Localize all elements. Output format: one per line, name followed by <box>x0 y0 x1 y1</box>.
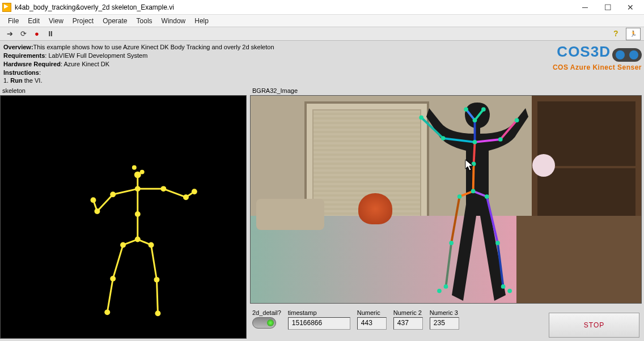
camera-panel: BGRA32_Image <box>248 86 644 341</box>
svg-point-11 <box>91 197 96 203</box>
svg-point-31 <box>155 311 160 317</box>
timestamp-control: timestamp 15166866 <box>288 309 350 330</box>
menu-view[interactable]: View <box>44 16 68 26</box>
skeleton-view <box>0 95 247 339</box>
numeric3-label: Numeric 3 <box>430 309 459 316</box>
svg-line-46 <box>498 243 503 287</box>
svg-point-54 <box>419 116 423 120</box>
info-panel: Overview:This example shows how to use A… <box>0 41 644 86</box>
logo-text: COS3D <box>557 43 611 60</box>
svg-line-35 <box>421 118 443 139</box>
vi-icon[interactable]: 🏃 <box>626 28 641 40</box>
overview-label: Overview: <box>3 44 33 50</box>
image-label: BGRA32_Image <box>250 86 642 95</box>
svg-point-26 <box>104 310 110 316</box>
detail-control: 2d_detail? <box>252 309 281 329</box>
svg-point-47 <box>473 140 477 144</box>
window-controls: ─ ☐ ✕ <box>574 0 642 15</box>
svg-line-44 <box>446 243 452 287</box>
menu-file[interactable]: File <box>3 16 23 26</box>
svg-point-63 <box>437 289 442 293</box>
menu-tools[interactable]: Tools <box>132 16 157 26</box>
numeric2-label: Numeric 2 <box>393 309 423 316</box>
svg-point-58 <box>485 194 489 199</box>
svg-point-50 <box>481 107 486 112</box>
svg-point-56 <box>471 189 476 194</box>
svg-point-1 <box>132 165 137 170</box>
minimize-button[interactable]: ─ <box>574 0 596 15</box>
context-help-icon[interactable]: ? <box>613 29 624 39</box>
svg-line-41 <box>460 191 473 197</box>
numeric3-value[interactable]: 235 <box>430 317 459 330</box>
toolbar: ➔ ⟳ ● II ? 🏃 <box>0 27 644 41</box>
menu-operate[interactable]: Operate <box>98 16 132 26</box>
svg-point-16 <box>192 189 197 195</box>
svg-line-45 <box>487 197 498 243</box>
skeleton-overlay-icon <box>251 96 641 303</box>
menu-edit[interactable]: Edit <box>23 16 44 26</box>
logo-subtitle: COS Azure Kinect Senser <box>553 63 642 72</box>
svg-line-40 <box>473 164 474 191</box>
svg-line-25 <box>107 279 113 312</box>
svg-line-43 <box>451 197 459 243</box>
svg-point-61 <box>444 284 448 289</box>
svg-point-51 <box>498 137 503 142</box>
abort-button[interactable]: ● <box>31 28 43 40</box>
skeleton-panel: skeleton <box>0 86 248 341</box>
svg-point-49 <box>464 107 468 112</box>
skeleton-label: skeleton <box>0 86 247 95</box>
numeric3-control: Numeric 3 235 <box>430 309 459 330</box>
window-title: k4ab_body_tracking&overly_2d skeleton_Ex… <box>15 3 574 11</box>
run-button[interactable]: ➔ <box>3 28 16 40</box>
svg-line-23 <box>113 245 123 279</box>
close-button[interactable]: ✕ <box>619 0 642 15</box>
run-continuous-button[interactable]: ⟳ <box>17 28 29 40</box>
menu-window[interactable]: Window <box>157 16 190 26</box>
svg-point-52 <box>515 118 519 123</box>
svg-line-34 <box>443 138 475 142</box>
labview-app-icon <box>2 3 11 12</box>
numeric-control: Numeric 443 <box>357 309 387 330</box>
svg-line-30 <box>156 280 158 313</box>
timestamp-value[interactable]: 15166866 <box>288 317 350 330</box>
svg-line-42 <box>473 191 487 197</box>
svg-line-8 <box>97 194 113 211</box>
logo: COS3D COS Azure Kinect Senser <box>553 42 642 72</box>
controls-row: 2d_detail? timestamp 15166866 Numeric 44… <box>250 307 642 339</box>
svg-line-28 <box>151 245 157 280</box>
numeric2-control: Numeric 2 437 <box>393 309 423 330</box>
svg-line-39 <box>474 142 475 164</box>
menu-bar: File Edit View Project Operate Tools Win… <box>0 15 644 27</box>
timestamp-label: timestamp <box>288 309 350 316</box>
menu-project[interactable]: Project <box>68 16 98 26</box>
maximize-button[interactable]: ☐ <box>596 0 619 15</box>
svg-line-5 <box>113 189 138 195</box>
numeric-label: Numeric <box>357 309 387 316</box>
detail-label: 2d_detail? <box>252 309 281 316</box>
stop-button[interactable]: STOP <box>549 313 639 338</box>
window-titlebar: k4ab_body_tracking&overly_2d skeleton_Ex… <box>0 0 644 15</box>
svg-point-62 <box>501 284 506 289</box>
instructions-colon: : <box>39 69 41 76</box>
detail-toggle[interactable] <box>252 317 276 329</box>
camera-view <box>250 95 642 304</box>
overview-text: This example shows how to use Azure Kine… <box>33 44 274 50</box>
logo-pill-icon <box>612 48 642 62</box>
hardware-label: Hardwsre Required <box>3 61 61 67</box>
svg-point-57 <box>457 194 462 199</box>
requirements-label: Requirements <box>3 52 45 59</box>
svg-point-60 <box>495 241 500 245</box>
pause-button[interactable]: II <box>44 28 57 40</box>
instructions-label: Instructions <box>3 69 39 76</box>
menu-help[interactable]: Help <box>190 16 213 26</box>
numeric2-value[interactable]: 437 <box>393 317 423 330</box>
numeric-value[interactable]: 443 <box>357 317 387 330</box>
svg-point-55 <box>472 162 476 167</box>
svg-point-59 <box>449 241 454 245</box>
hardware-text: : Azure Kinect DK <box>61 61 109 67</box>
svg-point-48 <box>473 118 477 123</box>
svg-point-2 <box>140 170 145 174</box>
svg-line-32 <box>475 139 501 142</box>
skeleton-2d-icon <box>1 96 246 338</box>
svg-point-53 <box>441 136 446 140</box>
